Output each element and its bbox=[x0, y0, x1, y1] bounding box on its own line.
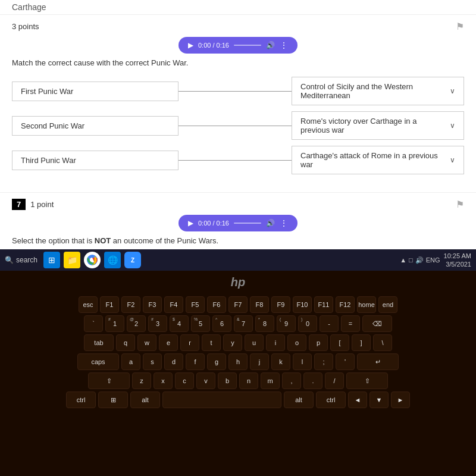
key-esc[interactable]: esc bbox=[79, 296, 98, 313]
key-2[interactable]: @2 bbox=[127, 315, 146, 332]
key-8[interactable]: *8 bbox=[255, 315, 274, 332]
key-s[interactable]: s bbox=[143, 353, 162, 370]
key-right[interactable]: ► bbox=[391, 392, 410, 408]
key-v[interactable]: v bbox=[196, 372, 215, 389]
question7-flag-icon[interactable]: ⚑ bbox=[456, 199, 464, 210]
key-y[interactable]: y bbox=[223, 334, 242, 351]
key-rctrl[interactable]: ctrl bbox=[316, 392, 346, 408]
key-k[interactable]: k bbox=[271, 353, 290, 370]
more-options-icon-q6[interactable]: ⋮ bbox=[280, 40, 288, 50]
key-down[interactable]: ▼ bbox=[369, 392, 389, 408]
key-lalt[interactable]: alt bbox=[130, 392, 160, 408]
edge-icon[interactable]: 🌐 bbox=[104, 252, 121, 268]
key-rshift[interactable]: ⇧ bbox=[346, 372, 388, 389]
taskbar-search[interactable]: 🔍 search bbox=[5, 256, 37, 264]
key-period[interactable]: . bbox=[303, 372, 322, 389]
key-1[interactable]: #1 bbox=[105, 315, 124, 332]
key-f7[interactable]: F7 bbox=[228, 296, 248, 313]
key-m[interactable]: m bbox=[261, 372, 280, 389]
key-r[interactable]: r bbox=[180, 334, 199, 351]
key-home[interactable]: home bbox=[357, 296, 376, 313]
key-z[interactable]: z bbox=[132, 372, 151, 389]
key-f11[interactable]: F11 bbox=[314, 296, 333, 313]
key-3[interactable]: #3 bbox=[148, 315, 167, 332]
volume-icon-q7[interactable]: 🔊 bbox=[266, 219, 275, 227]
key-f1[interactable]: F1 bbox=[100, 296, 119, 313]
key-4[interactable]: $4 bbox=[170, 315, 189, 332]
key-q[interactable]: q bbox=[116, 334, 135, 351]
key-backspace[interactable]: ⌫ bbox=[362, 315, 392, 332]
key-f4[interactable]: F4 bbox=[164, 296, 183, 313]
key-minus[interactable]: - bbox=[320, 315, 339, 332]
key-f5[interactable]: F5 bbox=[186, 296, 205, 313]
key-j[interactable]: j bbox=[250, 353, 269, 370]
key-7[interactable]: &7 bbox=[234, 315, 253, 332]
key-f3[interactable]: F3 bbox=[143, 296, 162, 313]
key-left[interactable]: ◄ bbox=[348, 392, 367, 408]
key-tab[interactable]: tab bbox=[84, 334, 114, 351]
qwerty-row: tab q w e r t y u i o p [ ] \ bbox=[10, 334, 466, 351]
key-t[interactable]: t bbox=[202, 334, 221, 351]
file-explorer-icon[interactable]: 📁 bbox=[64, 252, 80, 268]
volume-icon-q6[interactable]: 🔊 bbox=[266, 41, 275, 49]
windows-start-button[interactable]: ⊞ bbox=[43, 252, 60, 268]
key-f8[interactable]: F8 bbox=[250, 296, 269, 313]
key-capslock[interactable]: caps bbox=[77, 353, 119, 370]
key-0[interactable]: )0 bbox=[298, 315, 317, 332]
key-f2[interactable]: F2 bbox=[121, 296, 140, 313]
key-e[interactable]: e bbox=[159, 334, 178, 351]
key-equals[interactable]: = bbox=[341, 315, 360, 332]
key-u[interactable]: u bbox=[245, 334, 264, 351]
key-lbracket[interactable]: [ bbox=[330, 334, 349, 351]
match-right-1[interactable]: Control of Sicily and the Western Medite… bbox=[292, 77, 464, 105]
key-backslash[interactable]: \ bbox=[373, 334, 392, 351]
key-b[interactable]: b bbox=[218, 372, 237, 389]
key-slash[interactable]: / bbox=[325, 372, 344, 389]
zoom-icon[interactable]: Z bbox=[124, 252, 141, 268]
key-quote[interactable]: ' bbox=[336, 353, 355, 370]
key-g[interactable]: g bbox=[207, 353, 226, 370]
time-display-q7: 0:00 / 0:16 bbox=[198, 220, 229, 227]
key-lshift[interactable]: ⇧ bbox=[88, 372, 130, 389]
key-c[interactable]: c bbox=[175, 372, 194, 389]
key-enter[interactable]: ↵ bbox=[357, 353, 399, 370]
key-6[interactable]: ^6 bbox=[212, 315, 231, 332]
key-ralt[interactable]: alt bbox=[284, 392, 314, 408]
play-button-q6[interactable]: ▶ bbox=[188, 41, 193, 49]
key-w[interactable]: w bbox=[137, 334, 156, 351]
key-rbracket[interactable]: ] bbox=[352, 334, 371, 351]
audio-player-q7[interactable]: ▶ 0:00 / 0:16 🔊 ⋮ bbox=[178, 215, 298, 231]
key-p[interactable]: p bbox=[309, 334, 328, 351]
key-f12[interactable]: F12 bbox=[336, 296, 355, 313]
chrome-icon[interactable] bbox=[84, 252, 101, 268]
audio-player-q6[interactable]: ▶ 0:00 / 0:16 🔊 ⋮ bbox=[178, 37, 298, 54]
key-9[interactable]: (9 bbox=[277, 315, 296, 332]
key-comma[interactable]: , bbox=[282, 372, 301, 389]
key-f6[interactable]: F6 bbox=[207, 296, 226, 313]
key-d[interactable]: d bbox=[164, 353, 183, 370]
question6-flag-icon[interactable]: ⚑ bbox=[456, 21, 464, 32]
key-a[interactable]: a bbox=[121, 353, 140, 370]
key-backtick[interactable]: ` bbox=[84, 315, 103, 332]
key-o[interactable]: o bbox=[287, 334, 306, 351]
key-i[interactable]: i bbox=[266, 334, 285, 351]
key-l[interactable]: l bbox=[293, 353, 312, 370]
key-5[interactable]: %5 bbox=[191, 315, 210, 332]
key-semicolon[interactable]: ; bbox=[314, 353, 333, 370]
key-n[interactable]: n bbox=[239, 372, 258, 389]
key-f9[interactable]: F9 bbox=[271, 296, 290, 313]
key-x[interactable]: x bbox=[154, 372, 173, 389]
key-end[interactable]: end bbox=[378, 296, 397, 313]
key-f[interactable]: f bbox=[186, 353, 205, 370]
match-right-2[interactable]: Rome's victory over Carthage in a previo… bbox=[292, 111, 464, 140]
key-h[interactable]: h bbox=[228, 353, 248, 370]
key-lctrl[interactable]: ctrl bbox=[66, 392, 96, 408]
key-f10[interactable]: F10 bbox=[293, 296, 312, 313]
progress-bar-q6[interactable] bbox=[234, 45, 261, 46]
key-space[interactable] bbox=[162, 392, 281, 408]
more-options-icon-q7[interactable]: ⋮ bbox=[280, 218, 288, 228]
key-windows[interactable]: ⊞ bbox=[98, 392, 128, 408]
progress-bar-q7[interactable] bbox=[234, 223, 261, 224]
play-button-q7[interactable]: ▶ bbox=[188, 219, 193, 227]
match-right-3[interactable]: Carthage's attack of Rome in a previous … bbox=[292, 146, 464, 174]
